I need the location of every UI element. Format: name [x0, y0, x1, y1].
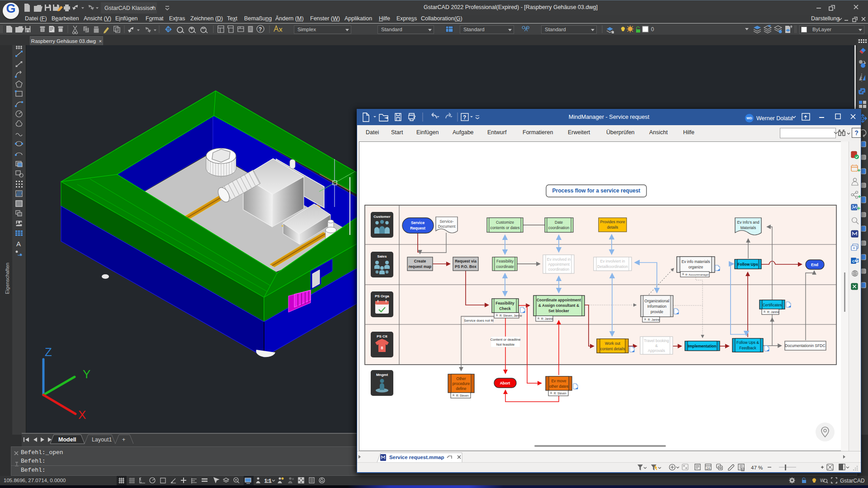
svg-text:coordination: coordination	[548, 225, 570, 230]
svg-text:Feasibility: Feasibility	[495, 301, 514, 305]
svg-text:Not feasible: Not feasible	[496, 343, 515, 347]
svg-text:Provides more: Provides more	[600, 220, 625, 224]
svg-text:request map: request map	[409, 264, 432, 269]
svg-text:Y: Y	[83, 367, 90, 381]
svg-text:R: Janine: R: Janine	[767, 310, 779, 314]
svg-text:GstarCAD Klassisch: GstarCAD Klassisch	[104, 5, 156, 11]
svg-text:Abort: Abort	[500, 381, 510, 385]
svg-text:R: Janine: R: Janine	[541, 317, 553, 320]
svg-text:Ev involved in: Ev involved in	[547, 257, 571, 262]
svg-text:Detailkoordination: Detailkoordination	[597, 264, 628, 269]
svg-text:47 %: 47 %	[751, 465, 763, 470]
svg-text:Request: Request	[410, 226, 425, 230]
svg-text:coordination: coordination	[548, 267, 570, 272]
svg-text:contents or dates: contents or dates	[490, 225, 519, 230]
svg-text:X: X	[78, 408, 86, 422]
svg-text:PS Orga: PS Orga	[375, 294, 389, 298]
svg-text:coordinate: coordinate	[496, 264, 514, 269]
svg-text:R: Steven: R: Steven	[554, 392, 566, 395]
svg-text:R: Steven: R: Steven	[456, 394, 469, 397]
svg-text:Content or deadline: Content or deadline	[490, 338, 520, 342]
svg-text:PS Clt: PS Clt	[377, 334, 387, 338]
svg-text:other dates: other dates	[549, 384, 569, 389]
svg-text:Customize: Customize	[496, 220, 514, 225]
svg-text:Ev Info's and: Ev Info's and	[737, 220, 760, 225]
svg-text:Customer: Customer	[373, 215, 390, 219]
svg-text:Travel booking: Travel booking	[644, 338, 669, 343]
svg-text:Modell: Modell	[58, 436, 76, 443]
svg-text:procedure: procedure	[453, 381, 470, 386]
svg-text:Appointment: Appointment	[548, 262, 570, 267]
svg-text:Other: Other	[456, 376, 466, 381]
svg-text:24: 24	[707, 467, 710, 470]
svg-text:A: A	[16, 240, 21, 248]
svg-text:Service-: Service-	[439, 219, 453, 224]
svg-text:Work out: Work out	[605, 341, 620, 346]
svg-text:Set blocker: Set blocker	[548, 309, 570, 313]
svg-text:Ev info materials: Ev info materials	[682, 259, 710, 264]
svg-text:O: O	[852, 259, 855, 263]
svg-text:R: Steven, Janine: R: Steven, Janine	[500, 314, 522, 317]
svg-text:&: &	[655, 343, 658, 348]
svg-text:Mngmt: Mngmt	[376, 373, 388, 377]
svg-text:Feasibility: Feasibility	[496, 259, 514, 263]
svg-text:Coordinate appointment: Coordinate appointment	[537, 298, 581, 302]
svg-text:Materials: Materials	[741, 225, 756, 230]
svg-text:provide: provide	[651, 310, 663, 314]
svg-text:Create: Create	[414, 259, 426, 263]
svg-text:Service: Service	[411, 221, 425, 225]
svg-text:Request via: Request via	[455, 259, 476, 263]
svg-text:Layout1: Layout1	[92, 436, 112, 443]
svg-text:Sales: Sales	[377, 254, 387, 258]
svg-text:+: +	[122, 436, 125, 443]
svg-text:R: Accountmanager: R: Accountmanager	[685, 273, 709, 276]
svg-text:details: details	[607, 225, 618, 230]
svg-text:Document: Document	[438, 224, 456, 229]
svg-text:?: ?	[259, 26, 262, 33]
svg-text:define: define	[456, 386, 466, 391]
svg-text:Service does not fit: Service does not fit	[464, 319, 494, 323]
svg-text:R: Janine: R: Janine	[648, 318, 660, 321]
svg-text:Follow Ups &: Follow Ups &	[736, 340, 759, 345]
svg-text:Z: Z	[45, 345, 52, 359]
svg-text:8: 8	[381, 346, 383, 350]
svg-text:Follow Ups: Follow Ups	[737, 262, 758, 267]
svg-text:Service request.mmap: Service request.mmap	[389, 455, 444, 460]
svg-text:Ev involviert in: Ev involviert in	[600, 259, 625, 263]
svg-text:Implementation: Implementation	[688, 344, 717, 348]
svg-text:Organizational: Organizational	[645, 299, 670, 303]
svg-text:Information: Information	[647, 304, 667, 309]
svg-text:& Assign consultant &: & Assign consultant &	[538, 303, 579, 308]
svg-text:GstarCAD: GstarCAD	[840, 478, 865, 484]
svg-text:Date: Date	[555, 220, 563, 225]
svg-text:PS P.O. Box: PS P.O. Box	[455, 264, 476, 269]
svg-text:Documentationin SFDC: Documentationin SFDC	[785, 343, 825, 348]
svg-text:content details: content details	[600, 347, 625, 351]
svg-text:Certificates: Certificates	[763, 303, 782, 307]
svg-text:Ev move: Ev move	[551, 379, 566, 383]
svg-text:Process flow for a service req: Process flow for a service request	[552, 188, 641, 194]
svg-text:Approvals: Approvals	[648, 348, 665, 353]
svg-text:1:1: 1:1	[264, 478, 271, 483]
svg-text:organize: organize	[689, 265, 703, 269]
svg-text:Check: Check	[499, 306, 511, 311]
svg-text:End: End	[811, 263, 818, 267]
svg-text:Feedback: Feedback	[739, 346, 756, 350]
